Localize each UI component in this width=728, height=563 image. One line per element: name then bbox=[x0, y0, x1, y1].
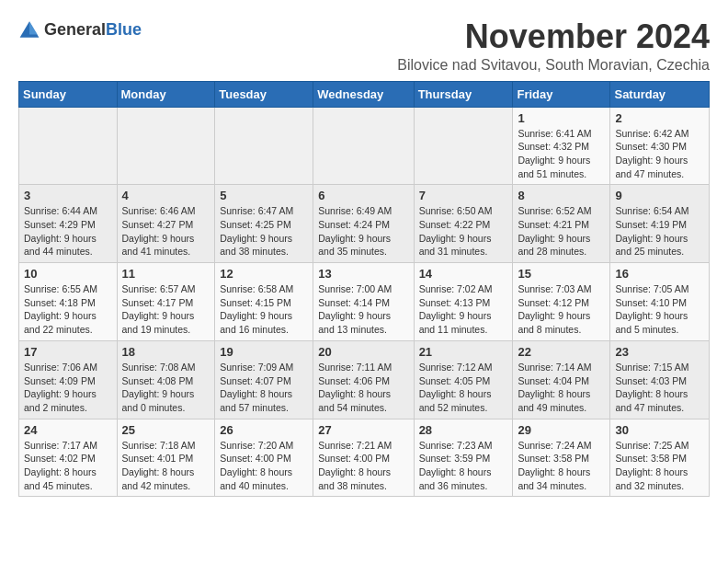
calendar-body: 1Sunrise: 6:41 AM Sunset: 4:32 PM Daylig… bbox=[19, 107, 710, 497]
weekday-header-row: Sunday Monday Tuesday Wednesday Thursday… bbox=[19, 81, 710, 107]
calendar-cell: 7Sunrise: 6:50 AM Sunset: 4:22 PM Daylig… bbox=[414, 185, 513, 263]
day-number: 21 bbox=[419, 345, 508, 359]
day-number: 1 bbox=[518, 111, 605, 125]
day-info: Sunrise: 6:46 AM Sunset: 4:27 PM Dayligh… bbox=[122, 204, 210, 259]
calendar-row-2: 10Sunrise: 6:55 AM Sunset: 4:18 PM Dayli… bbox=[19, 263, 710, 341]
day-number: 27 bbox=[318, 423, 408, 437]
calendar-cell: 2Sunrise: 6:42 AM Sunset: 4:30 PM Daylig… bbox=[610, 107, 710, 185]
day-number: 26 bbox=[220, 423, 308, 437]
calendar-cell bbox=[215, 107, 313, 185]
calendar-cell bbox=[313, 107, 414, 185]
calendar-cell: 13Sunrise: 7:00 AM Sunset: 4:14 PM Dayli… bbox=[313, 263, 414, 341]
day-info: Sunrise: 6:50 AM Sunset: 4:22 PM Dayligh… bbox=[419, 204, 508, 259]
calendar-cell: 4Sunrise: 6:46 AM Sunset: 4:27 PM Daylig… bbox=[117, 185, 215, 263]
calendar-cell: 3Sunrise: 6:44 AM Sunset: 4:29 PM Daylig… bbox=[19, 185, 118, 263]
day-info: Sunrise: 7:17 AM Sunset: 4:02 PM Dayligh… bbox=[24, 439, 112, 493]
day-info: Sunrise: 7:18 AM Sunset: 4:01 PM Dayligh… bbox=[122, 439, 210, 493]
day-number: 9 bbox=[615, 189, 704, 202]
day-number: 16 bbox=[615, 267, 704, 281]
day-info: Sunrise: 7:24 AM Sunset: 3:58 PM Dayligh… bbox=[518, 439, 605, 493]
day-info: Sunrise: 6:52 AM Sunset: 4:21 PM Dayligh… bbox=[518, 204, 605, 259]
day-number: 14 bbox=[419, 267, 508, 281]
calendar-row-3: 17Sunrise: 7:06 AM Sunset: 4:09 PM Dayli… bbox=[19, 340, 710, 419]
day-info: Sunrise: 7:09 AM Sunset: 4:07 PM Dayligh… bbox=[220, 361, 308, 415]
calendar-cell: 28Sunrise: 7:23 AM Sunset: 3:59 PM Dayli… bbox=[414, 419, 513, 497]
day-number: 25 bbox=[122, 423, 210, 437]
calendar-cell: 11Sunrise: 6:57 AM Sunset: 4:17 PM Dayli… bbox=[117, 263, 215, 341]
header-thursday: Thursday bbox=[414, 81, 513, 107]
day-info: Sunrise: 7:08 AM Sunset: 4:08 PM Dayligh… bbox=[122, 361, 210, 415]
day-info: Sunrise: 6:44 AM Sunset: 4:29 PM Dayligh… bbox=[24, 204, 112, 259]
day-info: Sunrise: 6:42 AM Sunset: 4:30 PM Dayligh… bbox=[615, 127, 704, 181]
day-number: 6 bbox=[318, 189, 408, 202]
calendar-cell: 27Sunrise: 7:21 AM Sunset: 4:00 PM Dayli… bbox=[313, 419, 414, 497]
calendar-cell: 19Sunrise: 7:09 AM Sunset: 4:07 PM Dayli… bbox=[215, 340, 313, 419]
calendar-cell: 26Sunrise: 7:20 AM Sunset: 4:00 PM Dayli… bbox=[215, 419, 313, 497]
calendar-cell: 24Sunrise: 7:17 AM Sunset: 4:02 PM Dayli… bbox=[19, 419, 118, 497]
calendar-cell: 20Sunrise: 7:11 AM Sunset: 4:06 PM Dayli… bbox=[313, 340, 414, 419]
calendar-cell: 25Sunrise: 7:18 AM Sunset: 4:01 PM Dayli… bbox=[117, 419, 215, 497]
day-info: Sunrise: 7:20 AM Sunset: 4:00 PM Dayligh… bbox=[220, 439, 308, 493]
day-info: Sunrise: 7:03 AM Sunset: 4:12 PM Dayligh… bbox=[518, 282, 605, 337]
day-number: 4 bbox=[122, 189, 210, 202]
day-number: 28 bbox=[419, 423, 508, 437]
calendar-cell: 29Sunrise: 7:24 AM Sunset: 3:58 PM Dayli… bbox=[513, 419, 610, 497]
day-number: 20 bbox=[318, 345, 408, 359]
day-number: 13 bbox=[318, 267, 408, 281]
calendar-row-0: 1Sunrise: 6:41 AM Sunset: 4:32 PM Daylig… bbox=[19, 107, 710, 185]
calendar-cell: 12Sunrise: 6:58 AM Sunset: 4:15 PM Dayli… bbox=[215, 263, 313, 341]
day-number: 8 bbox=[518, 189, 605, 202]
calendar-cell bbox=[19, 107, 118, 185]
calendar-row-4: 24Sunrise: 7:17 AM Sunset: 4:02 PM Dayli… bbox=[19, 419, 710, 497]
day-info: Sunrise: 6:55 AM Sunset: 4:18 PM Dayligh… bbox=[24, 282, 112, 337]
day-number: 11 bbox=[122, 267, 210, 281]
day-number: 22 bbox=[518, 345, 605, 359]
day-number: 19 bbox=[220, 345, 308, 359]
day-info: Sunrise: 7:23 AM Sunset: 3:59 PM Dayligh… bbox=[419, 439, 508, 493]
calendar-cell: 16Sunrise: 7:05 AM Sunset: 4:10 PM Dayli… bbox=[610, 263, 710, 341]
calendar-cell: 1Sunrise: 6:41 AM Sunset: 4:32 PM Daylig… bbox=[513, 107, 610, 185]
day-info: Sunrise: 7:05 AM Sunset: 4:10 PM Dayligh… bbox=[615, 282, 704, 337]
day-info: Sunrise: 6:47 AM Sunset: 4:25 PM Dayligh… bbox=[220, 204, 308, 259]
day-number: 10 bbox=[24, 267, 112, 281]
page-header: GeneralBlue November 2024 Bilovice nad S… bbox=[18, 18, 710, 74]
day-number: 18 bbox=[122, 345, 210, 359]
calendar-row-1: 3Sunrise: 6:44 AM Sunset: 4:29 PM Daylig… bbox=[19, 185, 710, 263]
day-number: 7 bbox=[419, 189, 508, 202]
header-saturday: Saturday bbox=[610, 81, 710, 107]
calendar-cell: 18Sunrise: 7:08 AM Sunset: 4:08 PM Dayli… bbox=[117, 340, 215, 419]
calendar-cell: 21Sunrise: 7:12 AM Sunset: 4:05 PM Dayli… bbox=[414, 340, 513, 419]
calendar-cell: 6Sunrise: 6:49 AM Sunset: 4:24 PM Daylig… bbox=[313, 185, 414, 263]
day-number: 17 bbox=[24, 345, 112, 359]
day-number: 3 bbox=[24, 189, 112, 202]
day-info: Sunrise: 7:12 AM Sunset: 4:05 PM Dayligh… bbox=[419, 361, 508, 415]
svg-marker-1 bbox=[29, 21, 38, 34]
day-number: 24 bbox=[24, 423, 112, 437]
day-info: Sunrise: 7:06 AM Sunset: 4:09 PM Dayligh… bbox=[24, 361, 112, 415]
header-wednesday: Wednesday bbox=[313, 81, 414, 107]
calendar-cell: 9Sunrise: 6:54 AM Sunset: 4:19 PM Daylig… bbox=[610, 185, 710, 263]
calendar-cell: 17Sunrise: 7:06 AM Sunset: 4:09 PM Dayli… bbox=[19, 340, 118, 419]
calendar-cell: 5Sunrise: 6:47 AM Sunset: 4:25 PM Daylig… bbox=[215, 185, 313, 263]
subtitle: Bilovice nad Svitavou, South Moravian, C… bbox=[397, 57, 710, 74]
calendar-cell: 23Sunrise: 7:15 AM Sunset: 4:03 PM Dayli… bbox=[610, 340, 710, 419]
day-info: Sunrise: 7:15 AM Sunset: 4:03 PM Dayligh… bbox=[615, 361, 704, 415]
day-number: 12 bbox=[220, 267, 308, 281]
day-info: Sunrise: 6:41 AM Sunset: 4:32 PM Dayligh… bbox=[518, 127, 605, 181]
day-info: Sunrise: 6:54 AM Sunset: 4:19 PM Dayligh… bbox=[615, 204, 704, 259]
day-info: Sunrise: 7:02 AM Sunset: 4:13 PM Dayligh… bbox=[419, 282, 508, 337]
day-info: Sunrise: 7:00 AM Sunset: 4:14 PM Dayligh… bbox=[318, 282, 408, 337]
header-monday: Monday bbox=[117, 81, 215, 107]
calendar-cell bbox=[414, 107, 513, 185]
day-info: Sunrise: 7:25 AM Sunset: 3:58 PM Dayligh… bbox=[615, 439, 704, 493]
title-block: November 2024 Bilovice nad Svitavou, Sou… bbox=[397, 18, 710, 74]
calendar-cell: 14Sunrise: 7:02 AM Sunset: 4:13 PM Dayli… bbox=[414, 263, 513, 341]
logo-general: General bbox=[44, 20, 106, 39]
logo: GeneralBlue bbox=[18, 18, 142, 40]
logo-blue: Blue bbox=[106, 20, 142, 39]
header-tuesday: Tuesday bbox=[215, 81, 313, 107]
day-info: Sunrise: 7:14 AM Sunset: 4:04 PM Dayligh… bbox=[518, 361, 605, 415]
calendar-cell: 8Sunrise: 6:52 AM Sunset: 4:21 PM Daylig… bbox=[513, 185, 610, 263]
day-number: 2 bbox=[615, 111, 704, 125]
day-info: Sunrise: 6:57 AM Sunset: 4:17 PM Dayligh… bbox=[122, 282, 210, 337]
